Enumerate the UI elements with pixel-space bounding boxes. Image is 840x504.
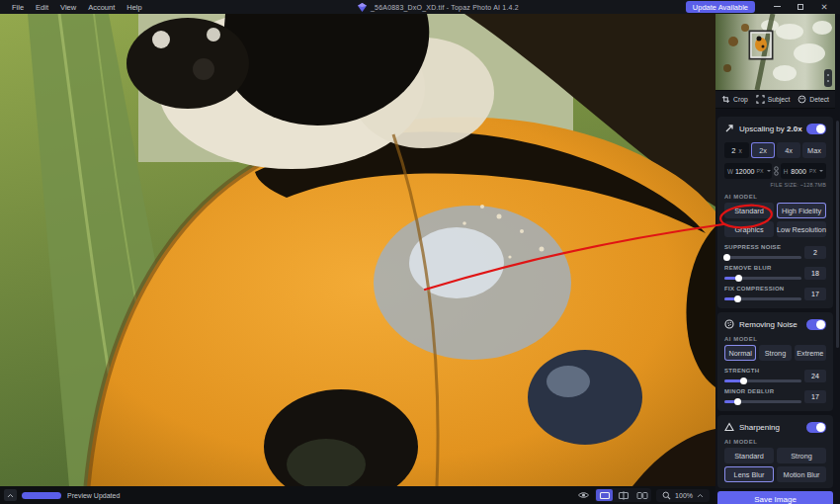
ladybug-photo: [0, 14, 715, 486]
sharpen-standard-button[interactable]: Standard: [724, 448, 774, 463]
file-size-label: FILE SIZE: ~128.7MB: [724, 182, 826, 188]
suppress-noise-control: SUPPRESS NOISE 2: [724, 244, 826, 261]
removing-noise-panel: Removing Noise AI MODEL Normal Strong Ex…: [717, 312, 833, 411]
view-mode-group: [595, 488, 651, 502]
upscale-arrow-icon: [724, 124, 734, 133]
noise-normal-button[interactable]: Normal: [724, 345, 756, 361]
menu-file[interactable]: File: [6, 3, 30, 12]
chevron-up-icon: [7, 493, 14, 498]
suppress-noise-slider[interactable]: [724, 253, 801, 261]
sharpen-lens-blur-button[interactable]: Lens Blur: [724, 466, 774, 482]
model-high-fidelity-button[interactable]: High Fidelity: [777, 203, 826, 218]
noise-strong-button[interactable]: Strong: [759, 345, 791, 361]
minor-deblur-slider[interactable]: [724, 397, 801, 405]
sharpening-title: Sharpening: [739, 423, 780, 432]
zoom-magnifier-icon[interactable]: [662, 491, 671, 500]
image-canvas[interactable]: [0, 14, 715, 486]
crop-icon: [721, 95, 730, 104]
sharpen-strong-button[interactable]: Strong: [777, 448, 826, 463]
remove-blur-control: REMOVE BLUR 18: [724, 265, 826, 282]
save-image-button[interactable]: Save Image: [717, 491, 833, 504]
strength-slider[interactable]: [724, 377, 801, 384]
ai-model-label: AI MODEL: [724, 439, 826, 445]
sidebar-scrollbar[interactable]: [836, 121, 839, 348]
custom-scale-input[interactable]: 2 x: [724, 142, 749, 158]
topaz-logo-icon: [358, 3, 367, 12]
px-dropdown-caret-icon[interactable]: [767, 170, 771, 172]
zoom-control-group: 100%: [656, 489, 710, 502]
split-view-button[interactable]: [615, 489, 631, 501]
upscaling-title: Upscaling by 2.0x: [739, 125, 802, 133]
single-view-icon: [599, 491, 611, 500]
height-field[interactable]: H 8000 PX: [781, 163, 826, 179]
strength-control: STRENGTH 24: [724, 368, 826, 384]
menu-account[interactable]: Account: [82, 3, 121, 12]
side-by-side-icon: [636, 491, 648, 500]
strength-value[interactable]: 24: [804, 370, 826, 382]
preview-status-label: Preview Updated: [67, 492, 120, 499]
px-dropdown-caret-icon[interactable]: [819, 170, 823, 172]
minor-deblur-control: MINOR DEBLUR 17: [724, 388, 826, 405]
width-field[interactable]: W 12000 PX: [724, 163, 772, 179]
sharpening-toggle[interactable]: [806, 422, 826, 433]
scale-max-button[interactable]: Max: [802, 142, 826, 158]
zoom-menu-caret-icon[interactable]: [697, 493, 704, 498]
window-title: _56A0883_DxO_XD.tif - Topaz Photo AI 1.4…: [371, 4, 519, 11]
ai-model-label: AI MODEL: [724, 336, 826, 342]
status-bar: Preview Updated 100%: [0, 486, 715, 504]
menu-help[interactable]: Help: [121, 3, 147, 12]
titlebar: File Edit View Account Help _56A0883_DxO…: [0, 0, 840, 14]
fix-compression-value[interactable]: 17: [804, 288, 826, 300]
subject-select-icon: [756, 95, 765, 104]
upscaling-toggle[interactable]: [806, 124, 826, 134]
minimize-button[interactable]: [765, 0, 789, 14]
side-by-side-view-button[interactable]: [633, 489, 650, 501]
noise-extreme-button[interactable]: Extreme: [795, 345, 826, 361]
navigation-thumbnail[interactable]: [715, 14, 835, 90]
detect-button[interactable]: Detect: [798, 95, 829, 104]
model-standard-button[interactable]: Standard: [724, 203, 774, 218]
model-low-resolution-button[interactable]: Low Resolution: [777, 221, 826, 237]
zoom-level-value[interactable]: 100%: [675, 492, 693, 499]
scale-2x-button[interactable]: 2x: [751, 142, 775, 158]
preview-progress-bar: [22, 492, 61, 499]
sharpen-motion-blur-button[interactable]: Motion Blur: [777, 466, 826, 482]
edit-toolbar: Crop Subject Detect: [715, 90, 835, 109]
settings-sidebar: Crop Subject Detect Upscaling by 2.0x: [715, 14, 840, 504]
expand-panel-button[interactable]: [4, 489, 17, 501]
subject-button[interactable]: Subject: [756, 95, 791, 104]
ai-model-label: AI MODEL: [724, 194, 826, 200]
remove-blur-value[interactable]: 18: [804, 267, 826, 280]
maximize-button[interactable]: [789, 0, 812, 14]
close-button[interactable]: ✕: [812, 0, 836, 14]
fix-compression-control: FIX COMPRESSION 17: [724, 286, 826, 302]
split-view-icon: [618, 491, 630, 500]
preview-eye-icon[interactable]: [577, 490, 590, 500]
removing-noise-toggle[interactable]: [806, 319, 826, 330]
update-available-button[interactable]: Update Available: [686, 1, 755, 13]
remove-blur-slider[interactable]: [724, 274, 801, 282]
link-dimensions-icon[interactable]: [773, 166, 780, 176]
scale-4x-button[interactable]: 4x: [777, 142, 800, 158]
fix-compression-slider[interactable]: [724, 294, 801, 302]
removing-noise-title: Removing Noise: [739, 320, 798, 329]
sharpening-panel: Sharpening AI MODEL Standard Strong Lens…: [717, 415, 833, 488]
sharpen-triangle-icon: [724, 422, 734, 432]
minor-deblur-value[interactable]: 17: [804, 390, 826, 403]
thumbnail-photo: [715, 14, 835, 90]
topaz-photo-ai-window: File Edit View Account Help _56A0883_DxO…: [0, 0, 840, 504]
menubar: File Edit View Account Help: [6, 3, 148, 12]
model-graphics-button[interactable]: Graphics: [724, 221, 774, 237]
noise-icon: [724, 319, 734, 329]
crop-button[interactable]: Crop: [721, 95, 748, 104]
menu-edit[interactable]: Edit: [30, 3, 54, 12]
single-view-button[interactable]: [596, 489, 613, 501]
suppress-noise-value[interactable]: 2: [804, 246, 826, 259]
window-title-group: _56A0883_DxO_XD.tif - Topaz Photo AI 1.4…: [358, 0, 519, 14]
face-detect-icon: [798, 95, 806, 104]
upscaling-panel: Upscaling by 2.0x 2 x 2x 4x Max W 12000: [717, 117, 833, 308]
menu-view[interactable]: View: [54, 3, 82, 12]
